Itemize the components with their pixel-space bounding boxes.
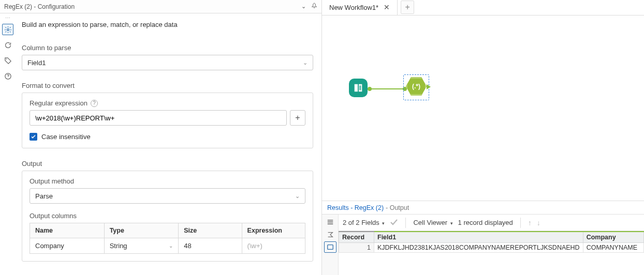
svg-point-1 — [6, 58, 7, 59]
table-row[interactable]: Company String ⌄ 48 (\w+) — [30, 238, 305, 254]
workflow-canvas[interactable]: (.*) — [322, 16, 644, 201]
regex-add-button[interactable]: + — [290, 110, 305, 126]
input-tool-node[interactable] — [349, 79, 368, 97]
chevron-down-icon: ⌄ — [169, 243, 173, 249]
view-sigma-icon[interactable] — [324, 229, 336, 240]
add-tab-button[interactable]: + — [401, 1, 414, 14]
records-displayed-label: 1 record displayed — [458, 219, 513, 226]
regex-input[interactable] — [30, 110, 287, 126]
output-columns-label: Output columns — [30, 212, 305, 220]
workflow-tabstrip: New Workflow1* ✕ + — [322, 0, 644, 16]
column-to-parse-label: Column to parse — [22, 44, 313, 52]
col-header-field1[interactable]: Field1 — [374, 232, 583, 243]
cell-viewer-dropdown[interactable]: Cell Viewer ▾ — [413, 219, 452, 226]
results-title-suffix: - Output — [386, 204, 409, 211]
output-method-value: Parse — [35, 192, 53, 200]
tab-label: New Workflow1* — [329, 4, 378, 11]
case-insensitive-label: Case insensitive — [41, 133, 91, 141]
results-view-icons — [322, 215, 339, 275]
workflow-tab[interactable]: New Workflow1* ✕ — [322, 0, 398, 15]
right-panel: New Workflow1* ✕ + (.*) — [322, 0, 644, 275]
arrow-up-icon[interactable]: ↑ — [528, 219, 532, 227]
svg-point-0 — [7, 28, 9, 30]
col-header-expression: Expression — [242, 223, 305, 238]
view-data-icon[interactable] — [324, 241, 336, 253]
results-title-link[interactable]: Results - RegEx (2) — [327, 204, 384, 211]
cell-size[interactable]: 48 — [179, 238, 242, 254]
results-panel: Results - RegEx (2) - Output — [322, 201, 644, 275]
fields-dropdown[interactable]: 2 of 2 Fields ▾ — [343, 219, 385, 226]
drag-dots-icon: ⋯ — [5, 17, 11, 20]
tag-tab-icon[interactable] — [2, 55, 13, 66]
results-titlebar: Results - RegEx (2) - Output — [322, 201, 644, 215]
output-method-dropdown[interactable]: Parse ⌄ — [30, 188, 305, 204]
format-to-convert-label: Format to convert — [22, 82, 313, 89]
regex-tool-node[interactable]: (.*) — [403, 74, 429, 100]
output-method-label: Output method — [30, 177, 305, 185]
chevron-down-icon: ⌄ — [295, 193, 300, 200]
cell-field1: KJDFKLJHD2381KJAS2018COMPANYNAMEREPORTLJ… — [374, 243, 583, 253]
format-group: Regular expression ? + Case insensitive — [22, 93, 313, 148]
intro-text: Build an expression to parse, match, or … — [22, 21, 313, 28]
cell-expression[interactable]: (\w+) — [242, 238, 305, 254]
cell-name[interactable]: Company — [30, 238, 105, 254]
apply-icon[interactable] — [390, 218, 398, 227]
cell-type[interactable]: String ⌄ — [104, 238, 179, 254]
col-header-company[interactable]: Company — [583, 232, 643, 243]
chevron-down-icon: ⌄ — [303, 59, 308, 66]
svg-rect-3 — [327, 245, 333, 250]
cell-company: COMPANYNAME — [583, 243, 643, 253]
config-content: Build an expression to parse, match, or … — [16, 13, 321, 275]
col-header-size: Size — [179, 223, 242, 238]
data-row[interactable]: 1 KJDFKLJHD2381KJAS2018COMPANYNAMEREPORT… — [339, 243, 644, 253]
output-label: Output — [22, 160, 313, 167]
help-tab-icon[interactable] — [2, 70, 13, 82]
results-table: Record Field1 Company 1 KJDFKLJHD2381KJA… — [339, 231, 644, 253]
help-circle-icon[interactable]: ? — [91, 100, 98, 107]
arrow-down-icon[interactable]: ↓ — [537, 219, 540, 227]
output-group: Output method Parse ⌄ Output columns Nam… — [22, 171, 313, 262]
col-header-name: Name — [30, 223, 105, 238]
output-anchor-icon[interactable] — [427, 84, 431, 89]
collapse-chevron-icon[interactable]: ⌄ — [301, 3, 306, 10]
regex-label: Regular expression — [30, 99, 87, 107]
column-to-parse-dropdown[interactable]: Field1 ⌄ — [22, 55, 313, 70]
settings-tab-icon[interactable] — [2, 24, 13, 35]
output-columns-table: Name Type Size Expression Company — [30, 223, 305, 254]
regex-tool-label: (.*) — [412, 83, 420, 90]
close-icon[interactable]: ✕ — [384, 3, 390, 11]
col-header-type: Type — [104, 223, 179, 238]
config-panel: RegEx (2) - Configuration ⌄ ⋯ — [0, 0, 322, 275]
connector — [370, 88, 405, 89]
pin-icon[interactable] — [311, 3, 317, 10]
config-titlebar: RegEx (2) - Configuration ⌄ — [0, 0, 321, 13]
config-title: RegEx (2) - Configuration — [4, 3, 75, 10]
cell-record: 1 — [339, 243, 374, 253]
column-to-parse-value: Field1 — [27, 59, 46, 67]
case-insensitive-checkbox[interactable] — [30, 133, 37, 141]
config-sidebar: ⋯ — [0, 13, 16, 275]
col-header-record[interactable]: Record — [339, 232, 374, 243]
refresh-tab-icon[interactable] — [2, 39, 13, 51]
results-toolbar: 2 of 2 Fields ▾ Cell Viewer ▾ 1 record d… — [339, 215, 644, 231]
view-list-icon[interactable] — [324, 217, 336, 228]
